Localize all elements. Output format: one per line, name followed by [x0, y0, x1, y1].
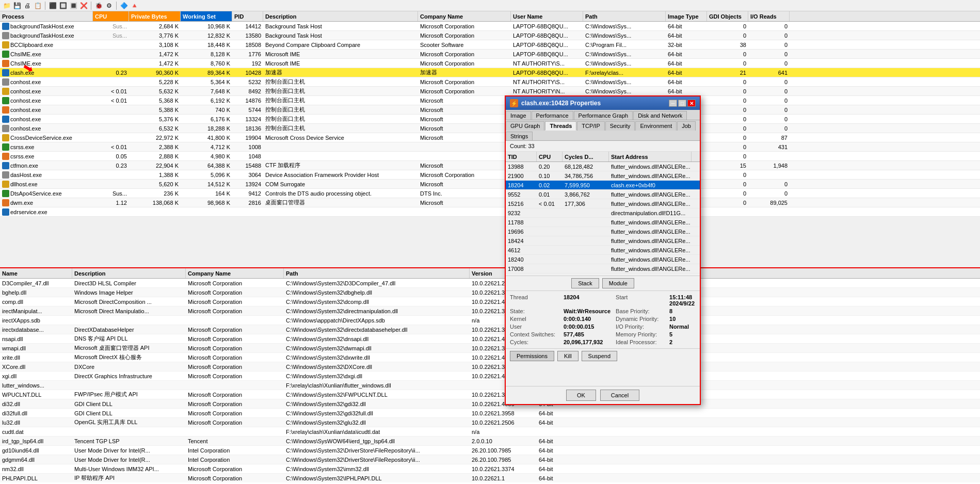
- thread-row[interactable]: 9552 0.01 3,866,762 flutter_windows.dll!…: [506, 190, 700, 199]
- dll-row[interactable]: ird_tgp_lsp64.dll Tencent TGP LSP Tencen…: [0, 437, 980, 446]
- th-col-cpu[interactable]: CPU: [537, 152, 563, 162]
- dialog-tab-disk-and-network[interactable]: Disk and Network: [633, 111, 687, 120]
- toolbar-icon-1[interactable]: 📁: [2, 1, 11, 10]
- dll-row[interactable]: irectxdatabase... DirectXDatabaseHelper …: [0, 325, 980, 334]
- thread-row[interactable]: 18424 flutter_windows.dll!ANGLERe...: [506, 236, 700, 246]
- col-cpu[interactable]: CPU: [93, 11, 129, 21]
- thread-row[interactable]: 11788 flutter_windows.dll!ANGLERe...: [506, 218, 700, 227]
- thread-row[interactable]: 9232 directmanipulation.dll!D11G...: [506, 208, 700, 218]
- process-row[interactable]: ChsIME.exe 1,472 K 8,128 K 1776 Microsof…: [0, 50, 980, 59]
- dll-row[interactable]: bghelp.dll Windows Image Helper Microsof…: [0, 288, 980, 297]
- process-row[interactable]: csrss.exe 0.05 2,888 K 4,980 K 1048 0: [0, 152, 980, 161]
- dll-row[interactable]: comp.dll Microsoft DirectComposition ...…: [0, 297, 980, 306]
- col-pid[interactable]: PID: [232, 11, 263, 21]
- dll-row[interactable]: xrite.dll Microsoft DirectX 核心服务 Microso…: [0, 353, 980, 362]
- toolbar-icon-7[interactable]: 🔳: [69, 1, 78, 10]
- process-row[interactable]: conhost.exe < 0.01 5,632 K 7,648 K 8492 …: [0, 87, 980, 96]
- dialog-tab-environment[interactable]: Environment: [635, 121, 677, 131]
- col-working-set[interactable]: Working Set: [181, 11, 232, 21]
- dll-row[interactable]: D3Compiler_47.dll Direct3D HLSL Compiler…: [0, 279, 980, 288]
- dialog-close-btn[interactable]: ✕: [687, 100, 696, 107]
- thread-row[interactable]: 17008 flutter_windows.dll!ANGLERe...: [506, 264, 700, 273]
- dialog-tab-security[interactable]: Security: [605, 121, 635, 131]
- permissions-button[interactable]: Permissions: [510, 351, 554, 361]
- col-private-bytes[interactable]: Private Bytes: [129, 11, 181, 21]
- toolbar-icon-2[interactable]: 💾: [12, 1, 22, 10]
- toolbar-icon-5[interactable]: ⬛: [48, 1, 57, 10]
- dll-col-name[interactable]: Name: [0, 268, 72, 278]
- dialog-tab-performance-graph[interactable]: Performance Graph: [574, 111, 633, 120]
- dialog-tab-performance[interactable]: Performance: [532, 111, 573, 120]
- stack-button[interactable]: Stack: [571, 278, 599, 288]
- dialog-tab-image[interactable]: Image: [506, 111, 531, 120]
- process-list[interactable]: backgroundTaskHost.exe Sus... 2,684 K 10…: [0, 22, 980, 218]
- process-row[interactable]: dwm.exe 1.12 138,068 K 98,968 K 2816 桌面窗…: [0, 198, 980, 207]
- dll-row[interactable]: irectXApps.sdb C:\Windows\apppatch\Direc…: [0, 316, 980, 325]
- process-row[interactable]: conhost.exe 6,532 K 18,288 K 18136 控制台面口…: [0, 124, 980, 133]
- dll-col-desc[interactable]: Description: [72, 268, 186, 278]
- col-image-type[interactable]: Image Type: [666, 11, 707, 21]
- process-row[interactable]: backgroundTaskHost.exe Sus... 2,684 K 10…: [0, 22, 980, 31]
- dll-row[interactable]: PHLPAPI.DLL IP 帮助程序 API Microsoft Corpor…: [0, 474, 980, 482]
- toolbar-icon-6[interactable]: 🔲: [58, 1, 68, 10]
- dll-col-company[interactable]: Company Name: [186, 268, 284, 278]
- dialog-tab-strings[interactable]: Strings: [506, 132, 533, 140]
- thread-row[interactable]: 21900 0.10 34,786,756 flutter_windows.dl…: [506, 171, 700, 181]
- process-row[interactable]: BCClipboard.exe 3,108 K 18,448 K 18508 B…: [0, 40, 980, 50]
- process-row[interactable]: csrss.exe < 0.01 2,388 K 4,712 K 1008 0 …: [0, 142, 980, 152]
- process-row[interactable]: dasHost.exe 1,388 K 5,096 K 3064 Device …: [0, 170, 980, 180]
- thread-row[interactable]: 18204 0.02 7,599,950 clash.exe+0xb4f0: [506, 181, 700, 190]
- col-path[interactable]: Path: [583, 11, 666, 21]
- dialog-tab-job[interactable]: Job: [677, 121, 696, 131]
- col-company[interactable]: Company Name: [418, 11, 511, 21]
- col-description[interactable]: Description: [263, 11, 418, 21]
- dll-row[interactable]: lutter_windows... F:\xrelay\clash\Xunlia…: [0, 381, 980, 390]
- ok-button[interactable]: OK: [566, 390, 596, 401]
- th-col-tid[interactable]: TID: [506, 152, 537, 162]
- suspend-button[interactable]: Suspend: [582, 351, 617, 361]
- toolbar-icon-9[interactable]: 🐞: [94, 1, 103, 10]
- toolbar-icon-3[interactable]: 🖨: [23, 1, 32, 10]
- dll-row[interactable]: XCore.dll DXCore Microsoft Corporation C…: [0, 362, 980, 372]
- process-row[interactable]: backgroundTaskHost.exe Sus... 3,776 K 12…: [0, 31, 980, 40]
- process-row[interactable]: CrossDeviceService.exe 22,972 K 41,800 K…: [0, 133, 980, 142]
- module-button[interactable]: Module: [602, 278, 634, 288]
- col-process[interactable]: Process: [0, 11, 93, 21]
- dll-row[interactable]: xgi.dll DirectX Graphics Infrastructure …: [0, 372, 980, 381]
- dll-row[interactable]: WPUCLNT.DLL FWP/IPsec 用户模式 API Microsoft…: [0, 390, 980, 399]
- dll-row[interactable]: cudtl.dat F:\xrelay\clash\Xunlian\data\i…: [0, 427, 980, 437]
- dll-row[interactable]: lu32.dll OpenGL 实用工具库 DLL Microsoft Corp…: [0, 418, 980, 427]
- toolbar-icon-4[interactable]: 📋: [33, 1, 42, 10]
- thread-row[interactable]: 4612 flutter_windows.dll!ANGLERe...: [506, 246, 700, 255]
- dll-row[interactable]: di32.dll GDI Client DLL Microsoft Corpor…: [0, 399, 980, 409]
- dialog-tab-threads[interactable]: Threads: [545, 121, 576, 131]
- process-row[interactable]: conhost.exe 5,376 K 6,176 K 13324 控制台面口主…: [0, 115, 980, 124]
- toolbar-icon-10[interactable]: ⚙: [104, 1, 114, 10]
- toolbar-icon-12[interactable]: 🔺: [130, 1, 139, 10]
- kill-button[interactable]: Kill: [557, 351, 579, 361]
- dll-row[interactable]: wmapi.dll Microsoft 桌面窗口管理器 API Microsof…: [0, 344, 980, 353]
- dll-list[interactable]: D3Compiler_47.dll Direct3D HLSL Compiler…: [0, 279, 980, 482]
- dialog-restore-btn[interactable]: □: [678, 100, 686, 107]
- dialog-tab-tcp/ip[interactable]: TCP/IP: [577, 121, 604, 131]
- col-gdi[interactable]: GDI Objects: [707, 11, 748, 21]
- toolbar-icon-11[interactable]: 🔷: [119, 1, 128, 10]
- process-row[interactable]: conhost.exe < 0.01 5,368 K 6,192 K 14876…: [0, 96, 980, 105]
- dll-row[interactable]: di32full.dll GDI Client DLL Microsoft Co…: [0, 409, 980, 418]
- dll-row[interactable]: nm32.dll Multi-User Windows IMM32 API...…: [0, 464, 980, 474]
- process-row[interactable]: dllhost.exe 5,620 K 14,512 K 13924 COM S…: [0, 180, 980, 189]
- dll-row[interactable]: gdgmm64.dll User Mode Driver for Intel(R…: [0, 455, 980, 464]
- thread-row[interactable]: 19696 flutter_windows.dll!ANGLERe...: [506, 227, 700, 236]
- dialog-tab-gpu-graph[interactable]: GPU Graph: [506, 121, 544, 131]
- process-row[interactable]: edrservice.exe: [0, 207, 980, 217]
- toolbar-icon-8[interactable]: ❌: [79, 1, 88, 10]
- process-row[interactable]: ctfmon.exe 0.23 22,904 K 64,388 K 15488 …: [0, 161, 980, 170]
- process-row[interactable]: DtsApo4Service.exe Sus... 236 K 164 K 94…: [0, 189, 980, 198]
- col-user[interactable]: User Name: [511, 11, 583, 21]
- dll-row[interactable]: gd10iund64.dll User Mode Driver for Inte…: [0, 446, 980, 455]
- thread-list[interactable]: 13988 0.20 68,128,482 flutter_windows.dl…: [506, 162, 700, 276]
- dll-row[interactable]: nsapi.dll DNS 客户端 API DLL Microsoft Corp…: [0, 334, 980, 344]
- process-row[interactable]: conhost.exe 5,388 K 740 K 5744 控制台面口主机 M…: [0, 105, 980, 115]
- process-row[interactable]: clash.exe 0.23 90,360 K 89,364 K 10428 加…: [0, 68, 980, 77]
- th-col-addr[interactable]: Start Address: [609, 152, 692, 162]
